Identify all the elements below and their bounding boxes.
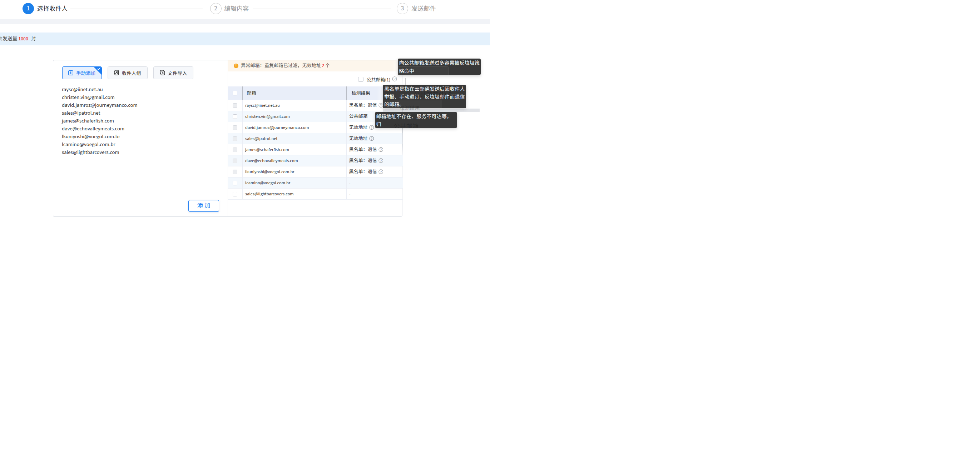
svg-text:?: ? bbox=[380, 103, 382, 107]
svg-text:?: ? bbox=[380, 148, 382, 151]
svg-text:?: ? bbox=[380, 159, 382, 162]
svg-text:?: ? bbox=[393, 77, 395, 81]
svg-text:?: ? bbox=[371, 126, 372, 129]
svg-text:?: ? bbox=[371, 137, 372, 140]
svg-text:?: ? bbox=[380, 170, 382, 173]
